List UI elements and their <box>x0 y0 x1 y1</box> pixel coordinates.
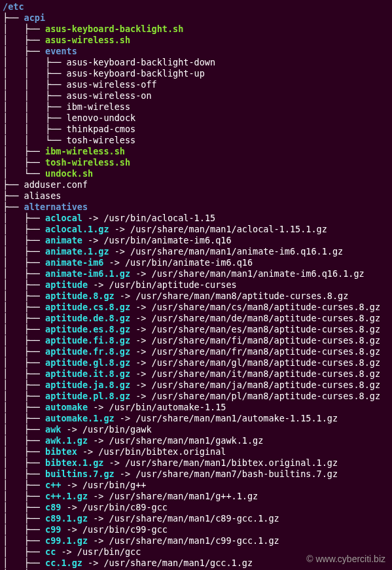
tree-line: │ ├── aptitude.fr.8.gz -> /usr/share/man… <box>3 346 389 357</box>
tree-prefix: │ ├── <box>3 480 45 490</box>
tree-entry-name: awk <box>45 424 61 435</box>
symlink-arrow: -> <box>61 502 82 512</box>
symlink-arrow: -> <box>56 546 77 557</box>
tree-prefix: │ │ ├── <box>3 57 67 67</box>
tree-entry-name: thinkpad-cmos <box>67 124 136 134</box>
tree-line: │ ├── animate -> /usr/bin/animate-im6.q1… <box>3 235 389 246</box>
tree-prefix: │ ├── <box>3 380 45 390</box>
tree-prefix: │ │ ├── <box>3 124 67 134</box>
tree-prefix: │ ├── <box>3 279 45 290</box>
tree-entry-name: ibm-wireless <box>67 101 131 112</box>
tree-line: │ ├── c89.1.gz -> /usr/share/man/man1/c8… <box>3 513 389 524</box>
tree-line: ├── alternatives <box>3 202 389 213</box>
tree-entry-name: adduser.conf <box>24 179 88 190</box>
tree-prefix: ├── <box>3 190 24 201</box>
tree-line: │ ├── asus-keyboard-backlight.sh <box>3 24 389 35</box>
symlink-target: /usr/bin/g++ <box>82 480 147 490</box>
tree-entry-name: awk.1.gz <box>45 435 88 446</box>
symlink-arrow: -> <box>88 402 109 412</box>
tree-entry-name: alternatives <box>24 202 88 212</box>
tree-prefix: │ │ ├── <box>3 79 67 90</box>
tree-entry-name: bibtex.1.gz <box>45 457 103 468</box>
tree-line: │ │ ├── asus-keyboard-backlight-up <box>3 68 389 79</box>
symlink-arrow: -> <box>88 491 109 501</box>
symlink-target: /usr/bin/automake-1.15 <box>109 402 226 412</box>
symlink-target: /usr/bin/animate-im6.q16 <box>125 257 253 268</box>
symlink-target: /usr/share/man/it/man8/aptitude-curses.8… <box>152 368 381 379</box>
tree-entry-name: aptitude.gl.8.gz <box>45 357 130 368</box>
tree-line: │ │ ├── lenovo-undock <box>3 113 389 124</box>
tree-line: │ │ ├── asus-wireless-off <box>3 79 389 90</box>
symlink-arrow: -> <box>82 235 104 245</box>
tree-entry-name: aclocal <box>45 213 82 223</box>
tree-prefix: │ ├── <box>3 513 45 524</box>
symlink-arrow: -> <box>77 446 99 457</box>
tree-entry-name: animate.1.gz <box>45 246 109 257</box>
tree-entry-name: lenovo-undock <box>67 113 136 123</box>
tree-prefix: │ ├── <box>3 268 45 279</box>
tree-entry-name: animate-im6 <box>45 257 103 268</box>
tree-line: │ ├── ibm-wireless.sh <box>3 146 389 157</box>
tree-entry-name: asus-wireless.sh <box>45 35 130 45</box>
symlink-target: /usr/share/man/pl/man8/aptitude-curses.8… <box>152 391 381 401</box>
tree-line: │ ├── aptitude -> /usr/bin/aptitude-curs… <box>3 279 389 291</box>
tree-prefix: │ ├── <box>3 246 45 257</box>
tree-line: │ ├── animate-im6 -> /usr/bin/animate-im… <box>3 257 389 268</box>
tree-prefix: │ ├── <box>3 313 45 323</box>
tree-prefix: ├── <box>3 12 24 23</box>
tree-entry-name: events <box>45 46 77 56</box>
tree-prefix: │ ├── <box>3 435 45 446</box>
tree-prefix: │ ├── <box>3 368 45 379</box>
tree-line: ├── acpi <box>3 12 389 24</box>
tree-prefix: │ ├── <box>3 257 45 268</box>
tree-prefix: │ ├── <box>3 446 45 457</box>
tree-entry-name: asus-keyboard-backlight-up <box>67 68 205 79</box>
symlink-arrow: -> <box>130 346 152 357</box>
symlink-target: /usr/bin/aclocal-1.15 <box>103 213 215 223</box>
tree-prefix: │ ├── <box>3 391 45 401</box>
symlink-arrow: -> <box>130 335 152 346</box>
tree-line: │ ├── bibtex -> /usr/bin/bibtex.original <box>3 446 389 457</box>
symlink-target: /usr/share/man/man7/bash-builtins.7.gz <box>135 469 338 479</box>
tree-entry-name: aptitude.fi.8.gz <box>45 335 130 346</box>
tree-entry-name: aclocal.1.gz <box>45 224 109 234</box>
tree-prefix: │ ├── <box>3 35 45 45</box>
symlink-target: /usr/bin/c99-gcc <box>82 524 168 535</box>
symlink-target: /usr/bin/animate-im6.q16 <box>103 235 231 245</box>
tree-prefix: ├── <box>3 202 24 212</box>
tree-prefix: │ ├── <box>3 157 45 168</box>
tree-line: │ ├── tosh-wireless.sh <box>3 157 389 168</box>
tree-line: │ ├── aptitude.it.8.gz -> /usr/share/man… <box>3 368 389 380</box>
tree-prefix: │ ├── <box>3 335 45 346</box>
tree-line: │ ├── aptitude.ja.8.gz -> /usr/share/man… <box>3 380 389 391</box>
tree-prefix: │ ├── <box>3 235 45 245</box>
tree-entry-name: ibm-wireless.sh <box>45 146 125 156</box>
symlink-arrow: -> <box>130 368 152 379</box>
tree-line: │ │ └── tosh-wireless <box>3 135 389 146</box>
tree-prefix: │ ├── <box>3 535 45 546</box>
tree-line: │ ├── awk -> /usr/bin/gawk <box>3 424 389 435</box>
tree-line: │ ├── aptitude.es.8.gz -> /usr/share/man… <box>3 324 389 335</box>
symlink-target: /usr/share/man/es/man8/aptitude-curses.8… <box>152 324 381 334</box>
tree-line: │ ├── animate-im6.1.gz -> /usr/share/man… <box>3 268 389 279</box>
tree-line: │ ├── aptitude.8.gz -> /usr/share/man/ma… <box>3 291 389 302</box>
tree-line: │ ├── c++ -> /usr/bin/g++ <box>3 480 389 491</box>
tree-entry-name: asus-keyboard-backlight.sh <box>45 24 183 34</box>
symlink-arrow: -> <box>88 435 109 446</box>
tree-line: │ ├── c99 -> /usr/bin/c99-gcc <box>3 524 389 535</box>
symlink-target: /usr/share/man/cs/man8/aptitude-curses.8… <box>152 302 381 312</box>
tree-entry-name: asus-keyboard-backlight-down <box>67 57 216 67</box>
tree-line: ├── adduser.conf <box>3 179 389 190</box>
tree-line: │ ├── aptitude.cs.8.gz -> /usr/share/man… <box>3 302 389 313</box>
tree-line: │ ├── c++.1.gz -> /usr/share/man/man1/g+… <box>3 491 389 502</box>
tree-line: │ ├── builtins.7.gz -> /usr/share/man/ma… <box>3 469 389 480</box>
symlink-target: /usr/bin/c89-gcc <box>82 502 168 512</box>
symlink-arrow: -> <box>130 302 152 312</box>
symlink-target: /usr/share/man/man1/automake-1.15.1.gz <box>135 413 338 423</box>
symlink-arrow: -> <box>88 513 109 524</box>
tree-prefix: │ ├── <box>3 469 45 479</box>
tree-prefix: │ ├── <box>3 402 45 412</box>
tree-prefix: │ │ ├── <box>3 101 67 112</box>
tree-prefix: │ ├── <box>3 357 45 368</box>
tree-prefix: │ ├── <box>3 424 45 435</box>
